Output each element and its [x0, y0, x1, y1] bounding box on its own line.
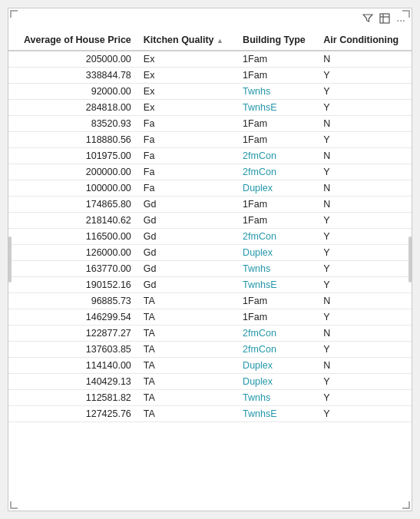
cell-kitchen-quality: Ex	[137, 100, 236, 116]
scroll-right	[408, 236, 412, 283]
cell-air-conditioning: N	[317, 51, 412, 68]
col-air-conditioning[interactable]: Air Conditioning	[317, 30, 412, 51]
table-row: 92000.00ExTwnhsY	[8, 84, 412, 100]
cell-kitchen-quality: TA	[137, 374, 236, 390]
scroll-left	[8, 236, 12, 283]
cell-kitchen-quality: TA	[137, 309, 236, 326]
cell-building-type: 1Fam	[236, 309, 317, 326]
table-row: 174865.80Gd1FamN	[8, 197, 412, 213]
cell-avg-price: 218140.62	[8, 213, 137, 229]
cell-air-conditioning: Y	[317, 68, 412, 84]
cell-kitchen-quality: TA	[137, 293, 236, 309]
cell-avg-price: 284818.00	[8, 100, 137, 116]
cell-kitchen-quality: TA	[137, 390, 236, 406]
table-row: 140429.13TADuplexY	[8, 374, 412, 390]
cell-avg-price: 122877.27	[8, 326, 137, 342]
cell-building-type: 1Fam	[236, 132, 317, 148]
table-row: 146299.54TA1FamY	[8, 309, 412, 326]
cell-avg-price: 163770.00	[8, 261, 137, 277]
cell-building-type: 1Fam	[236, 213, 317, 229]
cell-avg-price: 200000.00	[8, 164, 137, 180]
table-row: 190152.16GdTwnhsEY	[8, 277, 412, 293]
cell-air-conditioning: N	[317, 148, 412, 164]
filter-icon[interactable]	[362, 13, 373, 26]
cell-kitchen-quality: TA	[137, 342, 236, 358]
cell-building-type: 2fmCon	[236, 342, 317, 358]
table-row: 83520.93Fa1FamN	[8, 116, 412, 132]
cell-avg-price: 174865.80	[8, 197, 137, 213]
cell-building-type: Twnhs	[236, 84, 317, 100]
cell-air-conditioning: N	[317, 180, 412, 197]
cell-avg-price: 92000.00	[8, 84, 137, 100]
table-row: 114140.00TADuplexN	[8, 358, 412, 374]
table-row: 118880.56Fa1FamY	[8, 132, 412, 148]
corner-br	[402, 501, 410, 509]
cell-avg-price: 127425.76	[8, 406, 137, 422]
col-kitchen-quality[interactable]: Kitchen Quality ▲	[137, 30, 236, 51]
cell-building-type: Duplex	[236, 374, 317, 390]
cell-air-conditioning: N	[317, 326, 412, 342]
cell-building-type: Duplex	[236, 180, 317, 197]
cell-building-type: Twnhs	[236, 261, 317, 277]
corner-bl	[10, 501, 18, 509]
table-row: 218140.62Gd1FamY	[8, 213, 412, 229]
table-body: 205000.00Ex1FamN338844.78Ex1FamY92000.00…	[8, 51, 412, 422]
cell-air-conditioning: Y	[317, 309, 412, 326]
more-options-icon[interactable]: ···	[396, 14, 405, 26]
table-row: 137603.85TA2fmConY	[8, 342, 412, 358]
cell-kitchen-quality: Gd	[137, 245, 236, 261]
cell-air-conditioning: N	[317, 358, 412, 374]
cell-avg-price: 146299.54	[8, 309, 137, 326]
cell-avg-price: 338844.78	[8, 68, 137, 84]
cell-kitchen-quality: Gd	[137, 213, 236, 229]
cell-building-type: 2fmCon	[236, 148, 317, 164]
col-building-type[interactable]: Building Type	[236, 30, 317, 51]
cell-air-conditioning: Y	[317, 374, 412, 390]
main-container: ··· Average of House Price Kitchen Quali…	[8, 8, 412, 511]
cell-building-type: TwnhsE	[236, 277, 317, 293]
cell-building-type: 1Fam	[236, 293, 317, 309]
cell-building-type: 2fmCon	[236, 326, 317, 342]
table-row: 338844.78Ex1FamY	[8, 68, 412, 84]
cell-kitchen-quality: Gd	[137, 229, 236, 245]
cell-air-conditioning: Y	[317, 84, 412, 100]
cell-avg-price: 96885.73	[8, 293, 137, 309]
cell-building-type: 2fmCon	[236, 229, 317, 245]
cell-kitchen-quality: TA	[137, 358, 236, 374]
table-icon[interactable]	[379, 13, 390, 26]
cell-air-conditioning: Y	[317, 261, 412, 277]
col-avg-price[interactable]: Average of House Price	[8, 30, 137, 51]
cell-kitchen-quality: TA	[137, 326, 236, 342]
cell-kitchen-quality: Ex	[137, 84, 236, 100]
cell-kitchen-quality: Ex	[137, 68, 236, 84]
cell-kitchen-quality: Gd	[137, 277, 236, 293]
cell-kitchen-quality: Ex	[137, 51, 236, 68]
toolbar: ···	[362, 13, 405, 26]
table-row: 205000.00Ex1FamN	[8, 51, 412, 68]
table-row: 126000.00GdDuplexY	[8, 245, 412, 261]
cell-air-conditioning: Y	[317, 390, 412, 406]
cell-avg-price: 114140.00	[8, 358, 137, 374]
cell-air-conditioning: Y	[317, 229, 412, 245]
cell-avg-price: 118880.56	[8, 132, 137, 148]
cell-avg-price: 112581.82	[8, 390, 137, 406]
cell-air-conditioning: N	[317, 197, 412, 213]
cell-kitchen-quality: TA	[137, 406, 236, 422]
table-header: Average of House Price Kitchen Quality ▲…	[8, 30, 412, 51]
table-row: 101975.00Fa2fmConN	[8, 148, 412, 164]
cell-kitchen-quality: Fa	[137, 164, 236, 180]
cell-building-type: 1Fam	[236, 116, 317, 132]
table-row: 112581.82TATwnhsY	[8, 390, 412, 406]
cell-air-conditioning: Y	[317, 277, 412, 293]
cell-avg-price: 126000.00	[8, 245, 137, 261]
table-row: 200000.00Fa2fmConY	[8, 164, 412, 180]
cell-avg-price: 100000.00	[8, 180, 137, 197]
cell-avg-price: 116500.00	[8, 229, 137, 245]
cell-building-type: TwnhsE	[236, 406, 317, 422]
cell-avg-price: 140429.13	[8, 374, 137, 390]
cell-air-conditioning: Y	[317, 164, 412, 180]
cell-building-type: Duplex	[236, 358, 317, 374]
cell-building-type: 2fmCon	[236, 164, 317, 180]
table-row: 284818.00ExTwnhsEY	[8, 100, 412, 116]
cell-avg-price: 190152.16	[8, 277, 137, 293]
